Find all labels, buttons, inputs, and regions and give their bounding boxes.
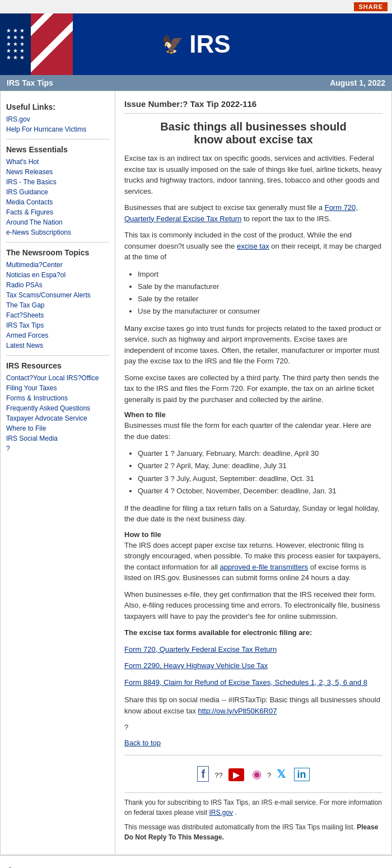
social-share-text: Share this tip on social media -- #IRSTa… xyxy=(124,694,382,716)
sidebar-item-social-media: IRS Social Media xyxy=(6,434,109,442)
header: ★ ★ ★★ ★ ★★ ★ ★★ ★ ★★ ★ ★ 🦅 IRS xyxy=(0,13,392,75)
para-intro: Excise tax is an indirect tax on specifi… xyxy=(124,153,382,197)
youtube-link[interactable]: ▶ xyxy=(228,768,244,781)
sidebar-item-faq: Frequently Asked Questions xyxy=(6,404,109,412)
sidebar-item-filing-taxes: Filing Your Taxes xyxy=(6,384,109,392)
electronic-forms-heading: The excise tax forms available for elect… xyxy=(124,627,382,638)
main-wrapper: Useful Links: IRS.gov Help For Hurricane… xyxy=(0,91,392,855)
form2290-link[interactable]: Form 2290, Heavy Highway Vehicle Use Tax xyxy=(124,661,268,670)
bullet-retailer-sale: Sale by the retailer xyxy=(138,293,382,305)
quarter-2: Quarter 2 ? April, May, June: deadline, … xyxy=(138,460,382,472)
sidebar-item-irs-guidance: IRS Guidance xyxy=(6,188,109,196)
sidebar-item-radio: Radio PSAs xyxy=(6,281,109,289)
title-bar-left: IRS Tax Tips xyxy=(7,78,53,87)
sidebar-item-multimedia: Multimedia?Center xyxy=(6,260,109,269)
sidebar-item-where-to-file: Where to File xyxy=(6,424,109,432)
title-bar-right: August 1, 2022 xyxy=(330,78,385,87)
bullet-manufacturer-use: Use by the manufacturer or consumer xyxy=(138,305,382,318)
sidebar-item-question: ? xyxy=(6,444,109,452)
sidebar-item-noticias: Noticias en Espa?ol xyxy=(6,270,109,279)
share-button[interactable]: SHARE xyxy=(354,2,388,11)
irs-logo: 🦅 IRS xyxy=(161,30,230,58)
issue-number: Issue Number:? Tax Tip 2022-116 xyxy=(124,99,382,109)
linkedin-link[interactable]: in xyxy=(294,768,310,781)
footer-note-2: This message was distributed automatical… xyxy=(124,822,382,842)
back-to-top-link[interactable]: Back to top xyxy=(124,739,161,747)
footer-note-1: Thank you for subscribing to IRS Tax Tip… xyxy=(124,797,382,818)
para-trust-funds: Many excise taxes go into trust funds fo… xyxy=(124,323,382,367)
quarter-3: Quarter 3 ? July, August, September: dea… xyxy=(138,473,382,485)
how-to-file-text: The IRS does accept paper excise tax ret… xyxy=(124,540,382,584)
flag-decoration: ★ ★ ★★ ★ ★★ ★ ★★ ★ ★★ ★ ★ xyxy=(0,13,73,75)
para-form720: Businesses that are subject to excise ta… xyxy=(124,202,382,224)
bullet-manufacturer-sale: Sale by the manufacturer xyxy=(138,281,382,293)
irs-resources-title: IRS Resources xyxy=(6,361,109,370)
social-icons-bar: f ?? ▶ ◉ ? 𝕏 in xyxy=(124,760,382,788)
newsroom-topics-list: Multimedia?Center Noticias en Espa?ol Ra… xyxy=(6,260,109,349)
sidebar-item-whats-hot: What's Hot xyxy=(6,157,109,166)
sidebar-item-irs-tax-tips: IRS Tax Tips xyxy=(6,321,109,329)
sidebar-item-forms: Forms & Instructions xyxy=(6,394,109,402)
form8849-link-line: Form 8849, Claim for Refund of Excise Ta… xyxy=(124,677,382,688)
useful-links-list: IRS.gov Help For Hurricane Victims xyxy=(6,115,109,133)
outer-question: ? xyxy=(8,866,384,868)
instagram-link[interactable]: ◉ xyxy=(252,768,262,780)
when-to-file-heading: When to file xyxy=(124,410,382,419)
bullet-import: Import xyxy=(138,268,382,281)
excise-tax-link[interactable]: excise tax xyxy=(237,242,269,250)
article-title: Basic things all businesses should know … xyxy=(124,120,382,146)
question-icon2: ? xyxy=(267,771,271,780)
sidebar-item-around-nation: Around The Nation xyxy=(6,218,109,226)
holiday-note: If the deadline for filing a tax return … xyxy=(124,503,382,525)
sidebar-item-facts-figures: Facts & Figures xyxy=(6,208,109,216)
quarters-list: Quarter 1 ? January, February, March: de… xyxy=(138,447,382,497)
when-to-file-text: Businesses must file the form for each q… xyxy=(124,420,382,442)
sidebar-item-contact-local: Contact?Your Local IRS?Office xyxy=(6,374,109,382)
newsroom-topics-title: The Newsroom Topics xyxy=(6,248,109,257)
sidebar-item-irs-basics: IRS - The Basics xyxy=(6,178,109,186)
article-body: Excise tax is an indirect tax on specifi… xyxy=(124,153,382,747)
sidebar-item-armed-forces: Armed Forces xyxy=(6,331,109,339)
form720-efile-link[interactable]: Form 720, Quarterly Federal Excise Tax R… xyxy=(124,645,277,654)
sidebar-item-media-contacts: Media Contacts xyxy=(6,198,109,206)
irs-resources-list: Contact?Your Local IRS?Office Filing You… xyxy=(6,374,109,452)
efile-transmitters-link[interactable]: approved e-file transmitters xyxy=(220,563,309,571)
sidebar-item-irsgov: IRS.gov xyxy=(6,115,109,123)
question-icon: ?? xyxy=(214,771,222,780)
form2290-link-line: Form 2290, Heavy Highway Vehicle Use Tax xyxy=(124,660,382,671)
back-to-top: Back to top xyxy=(124,739,382,747)
bullet-list: Import Sale by the manufacturer Sale by … xyxy=(138,268,382,318)
efile-benefit-text: When businesses e-file, they get confirm… xyxy=(124,589,382,622)
sidebar-item-taxpayer-advocate: Taxpayer Advocate Service xyxy=(6,414,109,422)
flag-stars: ★ ★ ★★ ★ ★★ ★ ★★ ★ ★★ ★ ★ xyxy=(0,13,31,75)
para-third-party: Some excise taxes are collected by a thi… xyxy=(124,372,382,405)
article-content: Issue Number:? Tax Tip 2022-116 Basic th… xyxy=(115,91,391,855)
irs-logo-text: IRS xyxy=(189,30,230,58)
form8849-link[interactable]: Form 8849, Claim for Refund of Excise Ta… xyxy=(124,678,367,687)
sidebar-item-enews: e-News Subscriptions xyxy=(6,228,109,236)
sidebar-item-tax-gap: The Tax Gap xyxy=(6,301,109,309)
irsgov-footer-link[interactable]: IRS.gov xyxy=(209,809,233,816)
form720-link-line: Form 720, Quarterly Federal Excise Tax R… xyxy=(124,644,382,655)
useful-links-title: Useful Links: xyxy=(6,102,109,111)
sidebar: Useful Links: IRS.gov Help For Hurricane… xyxy=(1,91,115,855)
sidebar-item-tax-scams: Tax Scams/Consumer Alerts xyxy=(6,291,109,299)
social-share-link[interactable]: http://ow.ly/yPlt50K6R07 xyxy=(198,707,277,715)
sidebar-item-news-releases: News Releases xyxy=(6,167,109,176)
question-mark-line: ? xyxy=(124,722,382,733)
news-essentials-list: What's Hot News Releases IRS - The Basic… xyxy=(6,157,109,236)
quarter-4: Quarter 4 ? October, November, December:… xyxy=(138,485,382,497)
quarter-1: Quarter 1 ? January, February, March: de… xyxy=(138,447,382,460)
para-consumer: This tax is commonly included in the cos… xyxy=(124,230,382,263)
share-bar: SHARE xyxy=(0,0,392,13)
sidebar-item-fact-sheets: Fact?Sheets xyxy=(6,311,109,319)
outer-footer: ? xyxy=(0,855,392,868)
facebook-link[interactable]: f xyxy=(197,766,209,782)
sidebar-item-latest-news: Latest News xyxy=(6,341,109,349)
how-to-file-heading: How to file xyxy=(124,530,382,539)
news-essentials-title: News Essentials xyxy=(6,145,109,154)
eagle-icon: 🦅 xyxy=(161,34,184,55)
twitter-link[interactable]: 𝕏 xyxy=(277,768,286,780)
sidebar-item-hurricane: Help For Hurricane Victims xyxy=(6,125,109,133)
title-bar: IRS Tax Tips August 1, 2022 xyxy=(0,75,392,91)
